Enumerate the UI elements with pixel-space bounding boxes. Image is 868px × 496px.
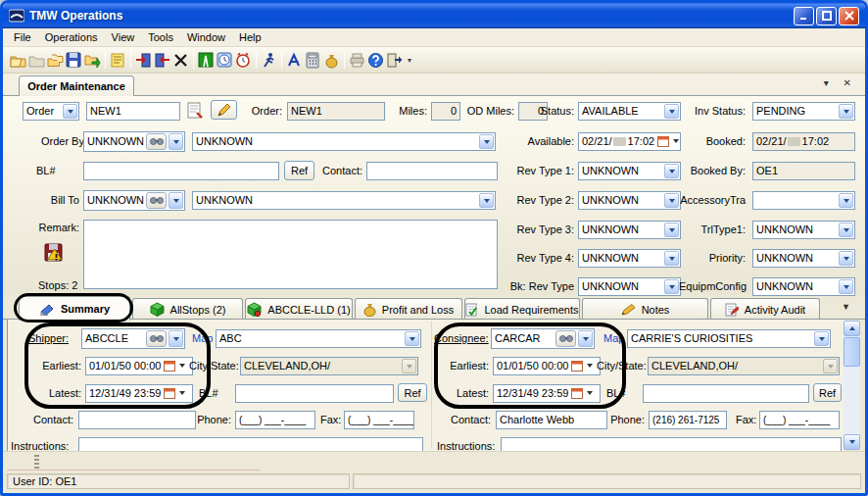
dropdown-arrow-icon[interactable] [664, 223, 679, 237]
close-button[interactable] [839, 7, 859, 25]
rev-type4-combo[interactable]: UNKNOWN [578, 249, 681, 268]
dropdown-arrow-icon[interactable] [479, 134, 494, 149]
date-dropdown-icon[interactable] [587, 391, 593, 395]
notes-icon[interactable] [109, 51, 127, 70]
dropdown-arrow-icon[interactable] [839, 251, 853, 266]
copy-order-icon[interactable] [46, 51, 65, 70]
tab-load-requirements[interactable]: Load Requirements [464, 298, 580, 320]
tab-activity-audit[interactable]: Activity Audit [710, 298, 820, 320]
binoculars-icon[interactable] [146, 133, 167, 150]
appointment-clock-icon[interactable] [216, 51, 234, 70]
dropdown-arrow-icon[interactable] [814, 331, 829, 346]
consignee-company-combo[interactable]: CARRIE'S CURIOSITIES [627, 329, 831, 348]
dropdown-arrow-icon[interactable] [169, 133, 183, 150]
tab-allstops[interactable]: AllStops (2) [132, 298, 243, 320]
delete-icon[interactable] [171, 51, 190, 70]
consignee-ref-button[interactable]: Ref [813, 383, 842, 402]
dispatch-board-icon[interactable] [197, 51, 216, 70]
menu-operations[interactable]: Operations [38, 29, 105, 45]
consignee-bl-input[interactable] [643, 384, 809, 403]
shipper-phone-input[interactable]: (___) ___-____ [235, 411, 315, 429]
date-dropdown-icon[interactable] [179, 391, 185, 395]
dropdown-arrow-icon[interactable] [664, 193, 679, 208]
dropdown-arrow-icon[interactable] [664, 104, 679, 119]
binoculars-icon[interactable] [146, 330, 167, 347]
font-icon[interactable] [285, 51, 304, 70]
shipper-ref-button[interactable]: Ref [398, 383, 427, 402]
shipper-fax-input[interactable]: (___) ___-____ [344, 411, 414, 429]
scrollbar-thumb[interactable] [844, 337, 860, 367]
shipper-contact-input[interactable] [78, 411, 196, 429]
binoculars-icon[interactable] [146, 192, 167, 209]
open-order-icon[interactable] [27, 51, 46, 70]
menu-file[interactable]: File [7, 29, 38, 45]
bl-input[interactable] [83, 162, 279, 180]
save-and-close-icon[interactable] [83, 51, 102, 70]
dropdown-arrow-icon[interactable] [839, 279, 853, 294]
vertical-scrollbar[interactable] [844, 321, 860, 450]
splitter[interactable] [3, 451, 865, 471]
available-date-field[interactable]: 02/21/17:02 [578, 132, 681, 151]
alarm-clock-icon[interactable] [234, 51, 253, 70]
tab-summary[interactable]: Summary [19, 296, 130, 321]
status-combo[interactable]: AVAILABLE [578, 102, 681, 121]
tab-profit-loss[interactable]: Profit and Loss [355, 298, 462, 320]
equip-config-combo[interactable]: UNKNOWN [752, 277, 855, 296]
dropdown-arrow-icon[interactable] [664, 251, 679, 266]
consignee-phone-input[interactable]: (216) 261-7125 [649, 411, 727, 429]
date-dropdown-icon[interactable] [587, 364, 593, 368]
bill-to-lookup[interactable]: UNKNOWN [83, 190, 185, 211]
dropdown-arrow-icon[interactable] [664, 164, 679, 178]
calendar-icon[interactable] [571, 360, 583, 375]
binoculars-icon[interactable] [555, 330, 576, 347]
date-dropdown-icon[interactable] [673, 139, 679, 143]
scroll-down-icon[interactable] [844, 434, 860, 450]
attach-document-icon[interactable] [184, 100, 206, 124]
dropdown-arrow-icon[interactable] [169, 192, 183, 209]
maximize-button[interactable] [816, 7, 837, 25]
shipper-earliest-field[interactable]: 01/01/50 00:00 [85, 357, 193, 375]
order-by-name-combo[interactable]: UNKNOWN [192, 132, 496, 151]
accessory-combo[interactable] [752, 191, 855, 210]
dropdown-arrow-icon[interactable] [664, 279, 679, 294]
contact-input[interactable] [366, 162, 498, 180]
tabstrip-controls[interactable]: ▾ ✕ [824, 77, 857, 88]
priority-combo[interactable]: UNKNOWN [752, 249, 855, 268]
shipper-latest-field[interactable]: 12/31/49 23:59 [85, 384, 193, 403]
help-icon[interactable] [366, 51, 385, 70]
consignee-label[interactable]: Consignee: [434, 332, 489, 344]
ref-button[interactable]: Ref [284, 161, 314, 180]
shipper-company-combo[interactable]: ABC [216, 329, 421, 348]
assign-icon[interactable] [134, 51, 153, 70]
calendar-icon[interactable] [571, 387, 583, 403]
edit-order-button[interactable] [211, 100, 237, 120]
menu-tools[interactable]: Tools [141, 29, 180, 45]
remark-textarea[interactable] [83, 220, 498, 289]
consignee-contact-input[interactable]: Charlotte Webb [496, 411, 607, 429]
date-dropdown-icon[interactable] [179, 364, 185, 368]
dropdown-arrow-icon[interactable] [578, 330, 593, 347]
order-by-lookup[interactable]: UNKNOWN [83, 131, 185, 152]
dropdown-arrow-icon[interactable] [405, 331, 419, 346]
menu-window[interactable]: Window [180, 29, 232, 45]
retrieve-type-combo[interactable]: Order [23, 102, 79, 121]
consignee-latest-field[interactable]: 12/31/49 23:59 [493, 384, 601, 403]
bk-rev-combo[interactable]: UNKNOWN [578, 277, 681, 296]
trl-type-combo[interactable]: UNKNOWN [752, 221, 855, 239]
shipper-map-link[interactable]: Map [192, 332, 213, 344]
order-search-input[interactable]: NEW1 [86, 102, 180, 121]
tab-overflow-icon[interactable]: ▼ [842, 302, 850, 312]
new-order-icon[interactable] [9, 51, 27, 70]
calculator-icon[interactable] [304, 51, 322, 70]
dropdown-arrow-icon[interactable] [839, 104, 853, 119]
consignee-lookup[interactable]: CARCAR [491, 328, 595, 349]
save-icon[interactable] [65, 51, 83, 70]
tab-leg[interactable]: ABCCLE-LLD (1) [245, 298, 353, 320]
shipper-lookup[interactable]: ABCCLE [81, 328, 185, 349]
consignee-map-link[interactable]: Map [603, 332, 624, 344]
toolbar-overflow-icon[interactable]: ▾ [408, 56, 411, 65]
dropdown-arrow-icon[interactable] [169, 330, 183, 347]
unassign-icon[interactable] [153, 51, 171, 70]
dropdown-arrow-icon[interactable] [63, 104, 77, 119]
calendar-icon[interactable] [657, 135, 669, 151]
